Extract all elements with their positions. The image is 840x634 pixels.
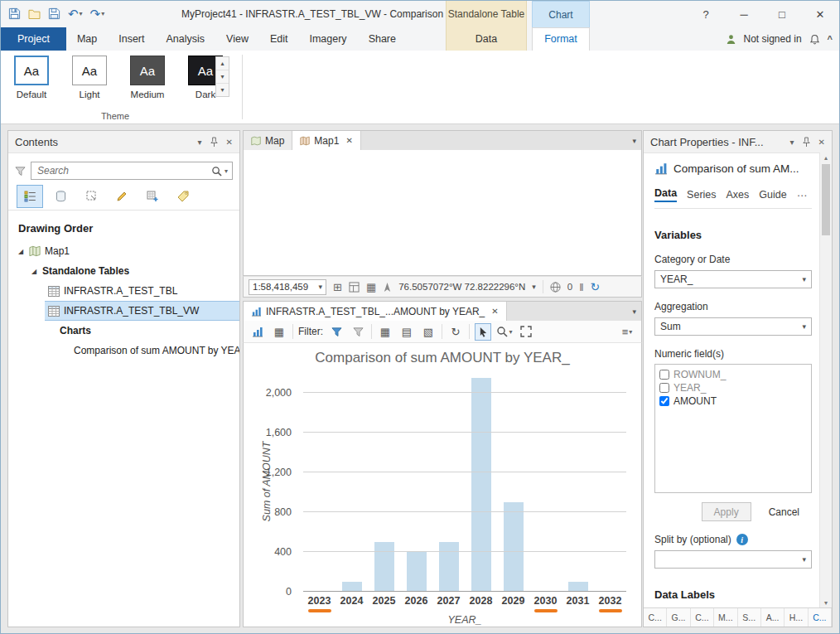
gallery-up-icon[interactable]: ▴: [216, 57, 229, 70]
bottom-tab-3[interactable]: M...: [714, 608, 737, 627]
maximize-button[interactable]: □: [763, 1, 801, 27]
panel-menu-icon[interactable]: ▾: [198, 138, 202, 147]
tree-item-charts[interactable]: Charts: [8, 321, 239, 341]
tab-analysis[interactable]: Analysis: [156, 27, 216, 51]
split-by-select[interactable]: ▾: [654, 550, 812, 569]
selection-globe-icon[interactable]: [550, 282, 561, 293]
list-by-editing-icon[interactable]: [109, 185, 135, 208]
save-as-button[interactable]: [47, 4, 61, 22]
zoom-tool-icon[interactable]: ▾: [496, 323, 513, 341]
close-panel-icon[interactable]: ✕: [818, 138, 825, 147]
add-bookmark-icon[interactable]: ⊞: [333, 282, 342, 293]
undo-button[interactable]: ↶ ▾: [67, 4, 84, 22]
refresh-chart-icon[interactable]: ↻: [447, 323, 464, 341]
scrollbar-thumb[interactable]: [822, 164, 830, 235]
chart-fields-icon[interactable]: ▦: [271, 323, 287, 341]
bottom-tab-7[interactable]: C...: [809, 608, 832, 627]
tab-edit[interactable]: Edit: [259, 27, 299, 51]
collapse-ribbon-icon[interactable]: ^: [828, 34, 833, 44]
refresh-map-icon[interactable]: ↻: [591, 280, 601, 293]
tab-map[interactable]: Map: [66, 27, 108, 51]
plot-area[interactable]: [303, 373, 626, 592]
tab-guide[interactable]: Guide: [759, 189, 786, 201]
list-by-selection-icon[interactable]: [78, 185, 104, 208]
open-project-button[interactable]: [27, 4, 41, 22]
theme-option-light[interactable]: Aa Light: [67, 56, 112, 99]
chart-legend-icon[interactable]: ≡ ▾: [619, 323, 635, 341]
numeric-field-row-0[interactable]: ROWNUM_: [659, 368, 807, 381]
tree-item-map1[interactable]: ◢ Map1: [8, 241, 239, 261]
view-tab-map1[interactable]: Map1 ✕: [292, 131, 360, 150]
view-tab-map[interactable]: Map: [244, 131, 292, 150]
tab-data[interactable]: Data: [447, 27, 526, 51]
list-by-labeling-icon[interactable]: [170, 185, 196, 208]
filter-by-selection-icon[interactable]: [328, 323, 345, 341]
bottom-tab-2[interactable]: C...: [691, 608, 714, 627]
redo-button[interactable]: ↷ ▾: [89, 4, 106, 22]
clear-selection-icon[interactable]: ▧: [420, 323, 437, 341]
tab-imagery[interactable]: Imagery: [298, 27, 357, 51]
tab-view[interactable]: View: [215, 27, 259, 51]
map-view-canvas[interactable]: [243, 150, 642, 276]
notifications-bell-icon[interactable]: [809, 34, 820, 45]
bottom-tab-5[interactable]: A...: [761, 608, 784, 627]
tree-item-chart[interactable]: Comparison of sum AMOUNT by YEAR_: [8, 341, 239, 361]
cancel-button[interactable]: Cancel: [756, 502, 812, 521]
tab-insert[interactable]: Insert: [108, 27, 155, 51]
tab-data-properties[interactable]: Data: [654, 187, 677, 202]
scale-combobox[interactable]: 1:58,418,459 ▾: [249, 279, 326, 295]
numeric-fields-list[interactable]: ROWNUM_ YEAR_ AMOUNT: [654, 364, 812, 493]
close-chart-icon[interactable]: ✕: [491, 307, 498, 316]
expander-icon[interactable]: ◢: [30, 268, 38, 275]
pin-icon[interactable]: [802, 137, 811, 148]
gallery-expand-icon[interactable]: ▾: [216, 84, 229, 96]
tree-item-standalone-tables[interactable]: ◢ Standalone Tables: [8, 261, 239, 281]
tab-format[interactable]: Format: [532, 27, 590, 51]
tree-item-table-0[interactable]: INFRASTR.A_TEST_TBL: [8, 281, 239, 301]
numeric-field-checkbox-0[interactable]: [659, 370, 669, 380]
numeric-field-row-2[interactable]: AMOUNT: [659, 394, 807, 408]
tab-project[interactable]: Project: [1, 27, 66, 51]
numeric-field-checkbox-2[interactable]: [659, 396, 669, 406]
filter-by-extent-icon[interactable]: [350, 323, 366, 341]
bar-2027[interactable]: [439, 542, 459, 592]
list-by-data-source-icon[interactable]: [47, 185, 74, 208]
category-select[interactable]: YEAR_ ▾: [654, 270, 812, 288]
aggregation-select[interactable]: Sum ▾: [654, 317, 812, 336]
bar-2026[interactable]: [407, 552, 427, 592]
view-tabs-menu-icon[interactable]: ▾: [632, 137, 636, 145]
gallery-scrollbar[interactable]: ▴ ▾ ▾: [215, 56, 229, 97]
pin-icon[interactable]: [210, 137, 219, 148]
bottom-tab-1[interactable]: G...: [667, 608, 690, 627]
list-by-snapping-icon[interactable]: [139, 185, 166, 208]
info-icon[interactable]: i: [736, 534, 748, 545]
tab-share[interactable]: Share: [358, 27, 407, 51]
search-icon[interactable]: [211, 166, 222, 177]
chart-tabs-menu-icon[interactable]: ▾: [632, 307, 636, 316]
bar-2029[interactable]: [504, 502, 524, 592]
filter-icon[interactable]: [15, 166, 26, 177]
properties-scrollbar[interactable]: ▴ ▾: [819, 152, 832, 608]
close-panel-icon[interactable]: ✕: [226, 138, 233, 147]
coords-options-icon[interactable]: ▾: [532, 283, 536, 291]
search-input[interactable]: [36, 164, 211, 177]
chart-view-tab[interactable]: INFRASTR.A_TEST_TBL_...AMOUNT by YEAR_ ✕: [244, 302, 507, 321]
pause-drawing-icon[interactable]: ‖: [579, 282, 583, 293]
tree-item-table-1[interactable]: INFRASTR.A_TEST_TBL_VW: [45, 301, 239, 321]
apply-button[interactable]: Apply: [702, 502, 751, 521]
numeric-field-row-1[interactable]: YEAR_: [659, 381, 807, 394]
gallery-down-icon[interactable]: ▾: [216, 70, 229, 84]
layout-icon[interactable]: [349, 282, 360, 293]
bottom-tab-6[interactable]: H...: [784, 608, 808, 627]
scroll-up-icon[interactable]: ▴: [820, 152, 832, 163]
full-extent-icon[interactable]: [518, 323, 534, 341]
expander-icon[interactable]: ◢: [17, 248, 25, 255]
bar-2028[interactable]: [471, 378, 491, 592]
minimize-button[interactable]: ─: [725, 1, 763, 27]
theme-option-medium[interactable]: Aa Medium: [125, 56, 170, 99]
theme-option-default[interactable]: Aa Default: [9, 56, 54, 99]
show-table-icon[interactable]: ▦: [377, 323, 393, 341]
search-options-icon[interactable]: ▾: [224, 167, 228, 175]
bottom-tab-0[interactable]: C...: [644, 608, 667, 627]
north-navigate-icon[interactable]: [383, 282, 392, 293]
